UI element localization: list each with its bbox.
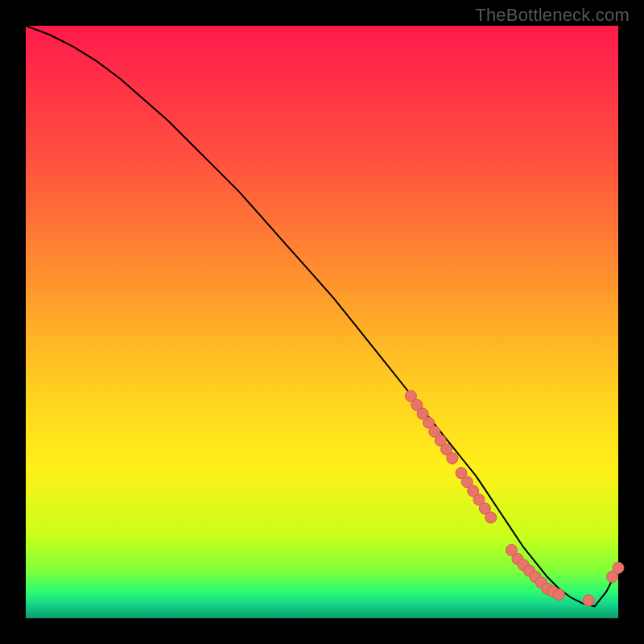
data-marker [485, 512, 497, 523]
chart-root: TheBottleneck.com [0, 0, 644, 644]
data-marker [447, 452, 458, 464]
plot-background [26, 26, 618, 618]
chart-svg [0, 0, 644, 644]
data-marker [583, 595, 594, 606]
data-marker [553, 589, 564, 601]
watermark-text: TheBottleneck.com [475, 5, 630, 26]
data-marker [613, 562, 624, 573]
